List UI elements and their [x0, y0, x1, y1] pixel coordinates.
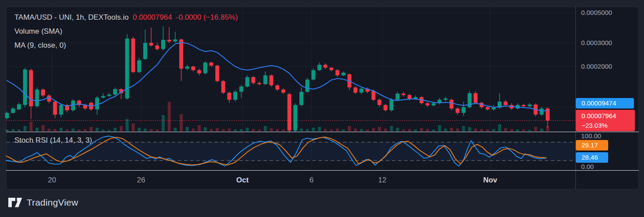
time-axis-label: 12 [378, 176, 387, 185]
volume-bar [300, 129, 303, 131]
candle-body [492, 108, 495, 109]
volume-bar [510, 129, 513, 131]
candle-body [395, 94, 399, 100]
candle-body [275, 85, 279, 90]
volume-bar [11, 129, 14, 131]
volume-bar [107, 130, 111, 131]
volume-bar [426, 129, 429, 131]
candle-body [305, 80, 309, 92]
volume-bar [360, 129, 363, 131]
volume-bar [42, 125, 45, 131]
candle-body [323, 65, 327, 68]
volume-bar [180, 114, 183, 131]
candle-body [23, 70, 27, 105]
volume-bar [312, 128, 315, 131]
volume-bar [522, 130, 525, 131]
tradingview-branding[interactable]: TradingView [8, 197, 78, 208]
candle-body [281, 90, 285, 93]
volume-bar [252, 129, 255, 131]
candle-body [270, 75, 274, 85]
candle-body [239, 87, 243, 92]
volume-bar [144, 129, 147, 131]
volume-bar [66, 130, 69, 131]
candle-body [371, 91, 375, 100]
candle-body [47, 95, 51, 102]
candle-body [312, 70, 315, 80]
volume-bar [486, 130, 489, 131]
stoch-axis-top-label: 100.00 [581, 132, 601, 140]
candle-body [318, 65, 322, 70]
volume-bar [384, 129, 387, 131]
volume-bar [120, 126, 123, 131]
volume-bar [432, 130, 435, 131]
volume-bar [48, 129, 51, 131]
candle-body [504, 102, 508, 105]
candle-body [191, 66, 195, 70]
volume-bar [408, 129, 411, 131]
time-axis-label: Nov [483, 176, 497, 185]
candle-body [408, 95, 412, 99]
volume-bar [444, 129, 447, 131]
volume-bar [90, 127, 93, 131]
volume-indicator-label: Volume (SMA) [14, 27, 62, 35]
volume-bar [390, 126, 393, 131]
volume-bar [264, 126, 267, 131]
volume-bar [498, 124, 501, 131]
volume-bar [96, 128, 99, 131]
chart-canvas[interactable] [0, 0, 644, 217]
volume-bar [402, 130, 405, 131]
volume-bar [450, 128, 453, 131]
volume-bar [396, 128, 399, 131]
price-axis-label: 0.0005000 [581, 9, 612, 17]
candle-body [161, 40, 165, 49]
volume-bar [420, 128, 423, 131]
volume-bar [138, 128, 141, 131]
legend-ma-row[interactable]: MA (9, close, 0) [14, 41, 66, 49]
time-axis-label: 26 [137, 176, 145, 185]
candle-body [342, 73, 346, 75]
volume-bar [102, 130, 105, 131]
stoch-k-badge: 28.46 [576, 152, 608, 163]
volume-bar [174, 128, 177, 131]
legend-volume-row[interactable]: Volume (SMA) [14, 27, 62, 35]
candle-body [95, 98, 99, 109]
volume-bar [240, 129, 243, 131]
candle-body [197, 70, 201, 73]
ma-value-badge: 0.00009474 [576, 98, 634, 108]
volume-bar [276, 129, 279, 131]
chart-window: TAMA/USD - UNI, 1h, DEXTools.io 0.000079… [0, 0, 644, 217]
candle-body [486, 107, 490, 109]
volume-bar [348, 126, 351, 131]
candle-body [101, 96, 105, 98]
candle-body [35, 90, 39, 106]
candle-body [294, 105, 298, 130]
volume-bar [228, 129, 231, 131]
pane-separator[interactable] [6, 132, 639, 132]
candle-body [353, 88, 357, 93]
legend-symbol-row[interactable]: TAMA/USD - UNI, 1h, DEXTools.io 0.000079… [14, 13, 238, 21]
stoch-band [7, 142, 575, 161]
volume-bar [282, 130, 285, 131]
volume-bar [516, 130, 519, 131]
tradingview-logo-icon [8, 197, 22, 208]
volume-bar [114, 128, 117, 131]
candle-body [390, 100, 394, 110]
candle-body [29, 70, 33, 106]
volume-bar [204, 127, 207, 131]
candle-body [209, 63, 213, 66]
volume-bar [366, 130, 369, 131]
volume-bar [330, 130, 333, 131]
candle-body [203, 63, 207, 74]
candle-body [53, 102, 57, 115]
candle-body [450, 100, 454, 108]
time-axis-separator[interactable] [6, 170, 639, 171]
candle-body [233, 92, 237, 100]
volume-bar [438, 125, 441, 131]
candle-body [131, 38, 135, 72]
candle-body [528, 105, 532, 106]
volume-bar [6, 130, 9, 131]
volume-bar [324, 129, 327, 131]
legend-stoch-row[interactable]: Stoch RSI (14, 14, 3, 3) [14, 136, 92, 144]
candle-body [143, 43, 147, 59]
candle-body [179, 39, 183, 69]
